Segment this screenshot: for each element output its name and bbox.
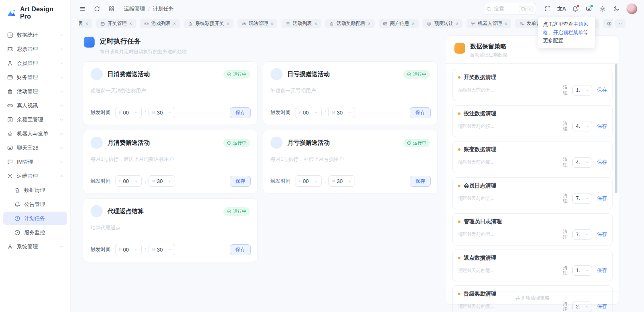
minute-select[interactable]: M30 xyxy=(149,107,175,118)
sidebar-item-live-video[interactable]: 真人视讯 xyxy=(3,99,67,112)
sidebar-item-lottery[interactable]: 彩票管理 xyxy=(3,42,67,56)
days-select[interactable]: 4. xyxy=(572,121,592,131)
sidebar-item-members[interactable]: 会员管理 xyxy=(3,56,67,70)
tab-system-lottery[interactable]: 系统彩预开奖× xyxy=(184,19,233,28)
days-select[interactable]: 1. xyxy=(572,265,592,276)
settings-button[interactable] xyxy=(597,3,609,15)
sidebar-item-ops[interactable]: 运维管理 xyxy=(3,169,67,183)
close-icon[interactable]: × xyxy=(270,21,273,26)
save-link[interactable]: 保存 xyxy=(597,87,607,94)
minute-select[interactable]: M30 xyxy=(149,244,175,255)
menu-toggle-button[interactable] xyxy=(76,3,89,15)
page-header: 定时执行任务 每日或每月定时自动执行的业务逻辑处理 xyxy=(84,37,187,55)
save-link[interactable]: 保存 xyxy=(597,231,607,238)
close-icon[interactable]: × xyxy=(412,21,415,26)
tab-label: 机器人管理 xyxy=(478,20,502,27)
search-shortcut-badge: Ctrl k xyxy=(519,6,533,12)
user-icon xyxy=(7,60,13,67)
breadcrumb-parent[interactable]: 运维管理 xyxy=(124,5,145,12)
task-avatar xyxy=(91,205,103,217)
sidebar-item-data-stats[interactable]: 数据统计 xyxy=(3,28,67,42)
hour-select[interactable]: H00 xyxy=(115,175,142,187)
task-avatar xyxy=(270,68,283,80)
avatar[interactable] xyxy=(626,3,638,15)
close-icon[interactable]: × xyxy=(173,21,176,26)
tab-activity-list[interactable]: 活动列表× xyxy=(281,19,321,28)
hour-select[interactable]: H00 xyxy=(115,107,142,118)
hamburger-icon xyxy=(79,6,86,12)
tab-draw-manage[interactable]: 开奖管理× xyxy=(96,19,136,28)
sidebar-item-system[interactable]: 系统管理 xyxy=(3,240,67,253)
panel-scrollbar[interactable] xyxy=(615,64,617,193)
close-icon[interactable]: × xyxy=(129,21,132,26)
hour-select[interactable]: H00 xyxy=(295,107,322,118)
sidebar-item-finance[interactable]: 财务管理 xyxy=(3,71,67,84)
close-icon[interactable]: × xyxy=(227,21,229,26)
close-icon[interactable]: × xyxy=(504,21,507,26)
save-link[interactable]: 保存 xyxy=(597,123,607,130)
days-select[interactable]: 4. xyxy=(572,157,592,168)
days-select[interactable]: 7. xyxy=(572,229,592,240)
minute-select[interactable]: M30 xyxy=(149,175,175,187)
save-link[interactable]: 保存 xyxy=(597,267,607,274)
apps-button[interactable] xyxy=(105,3,118,15)
task-description: 每月1号执行，赠送上月消费达标用户 xyxy=(91,156,250,163)
minute-select[interactable]: M30 xyxy=(328,107,355,118)
save-button[interactable]: 保存 xyxy=(410,107,431,118)
tab-robot-manage[interactable]: 机器人管理× xyxy=(466,19,511,28)
save-link[interactable]: 保存 xyxy=(597,159,607,166)
tab-quota-transfer[interactable]: 额度转让× xyxy=(423,19,462,28)
refresh-button[interactable] xyxy=(91,3,103,15)
hour-select[interactable]: H00 xyxy=(295,175,322,187)
days-select[interactable]: 7. xyxy=(572,193,592,204)
save-button[interactable]: 保存 xyxy=(230,244,251,255)
sidebar-item-yuebao[interactable]: 余额宝管理 xyxy=(3,113,67,126)
save-button[interactable]: 保存 xyxy=(230,176,251,187)
chevron-down-icon xyxy=(59,103,64,108)
hour-select[interactable]: H00 xyxy=(115,244,142,255)
close-icon[interactable]: × xyxy=(85,21,88,26)
global-search[interactable]: Ctrl k xyxy=(483,3,536,15)
trigger-time-label: 触发时间 xyxy=(91,246,111,253)
tab-activity-reward[interactable]: 活动奖励配置× xyxy=(325,19,375,28)
sidebar-item-service-monitor[interactable]: 服务监控 xyxy=(3,226,67,239)
tab-live-monitor[interactable]: 实时监控× xyxy=(603,19,613,28)
minute-select[interactable]: M30 xyxy=(328,175,355,187)
close-icon[interactable]: × xyxy=(314,21,317,26)
tab-play-manage[interactable]: 玩法管理× xyxy=(237,19,277,28)
fullscreen-button[interactable] xyxy=(542,3,554,15)
language-button[interactable]: 文A xyxy=(555,3,568,15)
sidebar-item-scheduled-tasks[interactable]: 计划任务 xyxy=(3,212,67,225)
tab-game-list[interactable]: 游戏列表× xyxy=(140,19,180,28)
close-icon[interactable]: × xyxy=(456,21,458,26)
notifications-button[interactable] xyxy=(569,3,581,15)
save-button[interactable]: 保存 xyxy=(410,176,431,187)
tab-overflow-button[interactable] xyxy=(615,19,625,28)
save-link[interactable]: 保存 xyxy=(597,195,607,202)
sidebar-item-im[interactable]: IM管理 xyxy=(3,155,67,168)
sidebar-item-chatroom[interactable]: 聊天室28 xyxy=(3,141,67,154)
tab-list[interactable]: 单列表× xyxy=(79,19,92,28)
top-menu-link[interactable]: 开启顶栏菜单 xyxy=(553,30,583,35)
status-text: 运行中 xyxy=(233,140,246,146)
dark-mode-button[interactable] xyxy=(610,3,622,15)
close-icon[interactable]: × xyxy=(368,21,371,26)
chevron-down-icon xyxy=(347,110,352,115)
trigger-time-label: 触发时间 xyxy=(270,109,291,116)
days-select[interactable]: 1. xyxy=(572,85,592,96)
chevron-down-icon xyxy=(134,110,138,115)
messages-button[interactable] xyxy=(583,3,595,15)
sidebar-item-activity[interactable]: 活动管理 xyxy=(3,85,67,98)
sidebar-item-robot[interactable]: 机器人与发单 xyxy=(3,127,67,140)
task-title: 月亏损赠送活动 xyxy=(287,139,330,147)
chevron-down-icon xyxy=(618,21,623,26)
sidebar-item-announcement[interactable]: 公告管理 xyxy=(3,198,67,211)
sidebar-item-data-clean[interactable]: 数据清理 xyxy=(3,183,67,197)
tab-merchant-info[interactable]: 商户信息× xyxy=(379,19,419,28)
search-input[interactable] xyxy=(494,6,516,12)
gear-icon xyxy=(471,21,475,26)
save-button[interactable]: 保存 xyxy=(230,107,251,118)
app-logo[interactable]: Art Design Pro xyxy=(0,0,70,25)
policy-title: 返点数据清理 xyxy=(464,254,496,262)
tab-label: 额度转让 xyxy=(434,20,453,27)
